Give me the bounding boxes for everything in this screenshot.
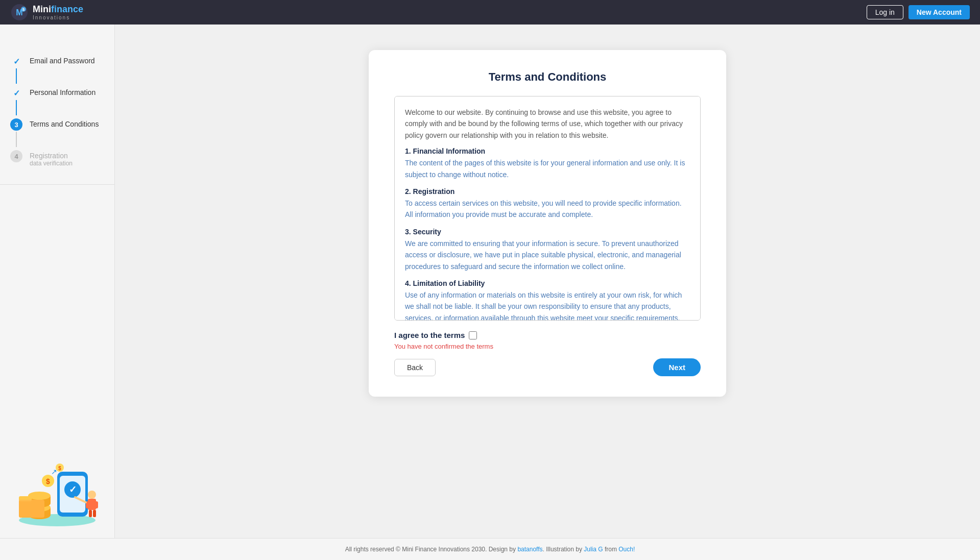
sidebar-divider [0, 184, 114, 185]
footer: All rights reserved © Mini Finance Innov… [0, 538, 980, 560]
step-left-3: 3 [10, 118, 22, 148]
svg-point-20 [88, 491, 96, 499]
svg-text:$: $ [58, 466, 61, 471]
section-title-4: 4. Limitation of Liability [405, 279, 690, 287]
svg-text:$: $ [46, 477, 50, 485]
card-title: Terms and Conditions [394, 70, 701, 84]
step-left-2: ✓ [10, 87, 22, 116]
step-icon-1: ✓ [10, 55, 22, 67]
step-label-1: Email and Password [30, 55, 95, 65]
svg-rect-25 [93, 510, 96, 517]
svg-text:✓: ✓ [69, 484, 77, 495]
footer-text2: . Illustration by [543, 546, 584, 553]
svg-rect-13 [19, 500, 44, 518]
svg-rect-23 [94, 501, 98, 508]
steps-list: ✓ Email and Password ✓ Personal Informat… [0, 55, 114, 169]
login-button[interactable]: Log in [867, 5, 903, 19]
logo-svg: M $ [10, 3, 29, 21]
step-row-1: ✓ Email and Password [10, 55, 104, 85]
step-icon-2: ✓ [10, 87, 22, 99]
sidebar-illustration: ✓ $ $ ↗ [0, 446, 114, 538]
new-account-button[interactable]: New Account [909, 5, 970, 19]
footer-link-julia[interactable]: Julia G [584, 546, 603, 553]
logo-sub: Innovations [33, 15, 83, 20]
step-sublabel-4: data verification [30, 160, 73, 167]
logo: M $ Minifinance Innovations [10, 3, 83, 21]
footer-text3: from [603, 546, 619, 553]
buttons-row: Back Next [394, 358, 701, 376]
logo-text-block: Minifinance Innovations [33, 4, 83, 20]
terms-box[interactable]: Welcome to our website. By continuing to… [394, 96, 701, 321]
content-area: Terms and Conditions Welcome to our webs… [115, 25, 980, 538]
step-label-2: Personal Information [30, 87, 95, 96]
svg-text:$: $ [22, 7, 25, 12]
step-label-3: Terms and Conditions [30, 118, 99, 128]
step-row-4: 4 Registration data verification [10, 150, 104, 167]
terms-card: Terms and Conditions Welcome to our webs… [369, 50, 726, 397]
step-label-block-4: Registration data verification [30, 150, 73, 167]
footer-text: All rights reserved © Mini Finance Innov… [345, 546, 518, 553]
section-body-2: To access certain services on this websi… [405, 198, 690, 221]
terms-intro: Welcome to our website. By continuing to… [405, 107, 690, 141]
step-label-4: Registration [30, 150, 73, 160]
logo-finance: finance [51, 4, 83, 14]
step-left-1: ✓ [10, 55, 22, 85]
step-row-2: ✓ Personal Information [10, 87, 104, 116]
section-body-1: The content of the pages of this website… [405, 157, 690, 180]
step-row-3: 3 Terms and Conditions [10, 118, 104, 148]
footer-link-ouch[interactable]: Ouch! [618, 546, 635, 553]
section-title-2: 2. Registration [405, 187, 690, 196]
back-button[interactable]: Back [394, 359, 436, 376]
section-title-1: 1. Financial Information [405, 147, 690, 155]
step-left-4: 4 [10, 150, 22, 162]
error-text: You have not confirmed the terms [394, 343, 701, 350]
logo-icon: M $ [10, 3, 29, 21]
svg-text:↗: ↗ [51, 468, 57, 476]
illustration-svg: ✓ $ $ ↗ [11, 456, 103, 528]
sidebar: ✓ Email and Password ✓ Personal Informat… [0, 25, 115, 538]
logo-mini: Mini [33, 4, 51, 14]
step-line-3 [16, 132, 17, 147]
next-button[interactable]: Next [653, 358, 701, 376]
header: M $ Minifinance Innovations Log in New A… [0, 0, 980, 25]
step-line-1 [16, 68, 17, 84]
section-title-3: 3. Security [405, 228, 690, 236]
step-icon-3: 3 [10, 118, 22, 131]
header-actions: Log in New Account [867, 5, 970, 19]
agree-row: I agree to the terms [394, 331, 701, 339]
section-body-4: Use of any information or materials on t… [405, 289, 690, 321]
step-line-2 [16, 100, 17, 115]
svg-rect-24 [89, 510, 92, 517]
footer-link-batanoffs[interactable]: batanoffs [517, 546, 542, 553]
main-layout: ✓ Email and Password ✓ Personal Informat… [0, 25, 980, 538]
agree-label: I agree to the terms [394, 331, 465, 339]
section-body-3: We are committed to ensuring that your i… [405, 238, 690, 272]
agree-checkbox[interactable] [469, 331, 477, 339]
step-icon-4: 4 [10, 150, 22, 162]
